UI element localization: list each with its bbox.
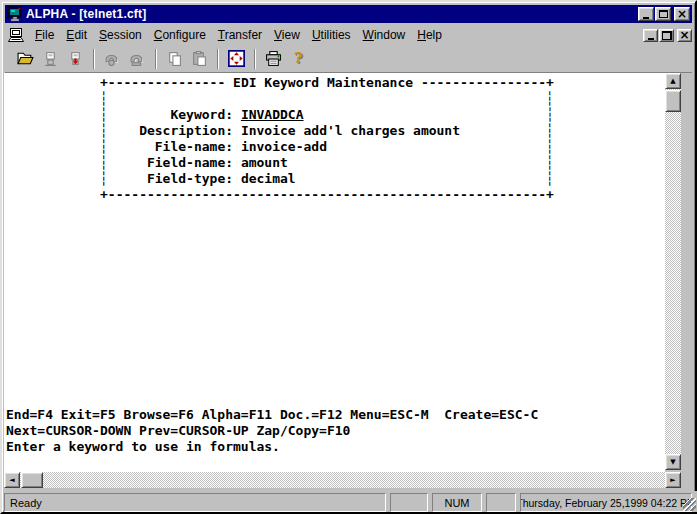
resize-grip[interactable] [683,498,696,511]
function-keys-line-2: Next=CURSOR-DOWN Prev=CURSOR-UP Zap/Copy… [6,423,538,439]
copy-button[interactable] [162,47,187,71]
file-name-row: ┆ File-name: invoice-add ┆ [100,139,554,155]
app-window: ALPHA - [telnet1.cft] × File Edit Sessio… [0,0,697,514]
menu-transfer[interactable]: Transfer [212,26,268,45]
keyword-row: ┆ Keyword: INVADDCA ┆ [100,107,554,123]
scroll-down-button[interactable]: ▼ [665,454,681,470]
mdi-restore-icon [662,31,672,40]
field-name-row: ┆ Field-name: amount ┆ [100,155,554,171]
dial-phone-icon [104,50,121,67]
mdi-restore-button[interactable] [659,29,674,42]
send-file-icon [42,50,59,67]
prompt-line: Enter a keyword to use in formulas. [6,439,538,455]
scroll-left-button[interactable]: ◄ [4,472,20,488]
paste-button[interactable] [187,47,212,71]
toolbar-separator [93,49,95,69]
mdi-minimize-icon [648,38,654,40]
paste-icon [191,50,208,67]
date-time-display: Thursday, February 25,1999 04:22 PM [520,493,692,512]
terminal-screen[interactable]: +--------------- EDI Keyword Maintenance… [4,73,665,472]
mdi-close-button[interactable]: × [677,29,692,42]
hangup-phone-icon [129,50,146,67]
close-button[interactable]: × [674,7,690,21]
app-terminal-icon [7,6,23,22]
horizontal-scrollbar[interactable]: ◄ ► [4,472,681,488]
fullscreen-arrows-icon [228,50,245,67]
dial-button[interactable] [100,47,125,71]
scroll-right-button[interactable]: ► [665,472,681,488]
scroll-right-icon: ► [670,477,675,484]
mdi-close-icon: × [679,29,689,41]
edi-keyword-maintenance-box: +--------------- EDI Keyword Maintenance… [100,75,554,203]
open-button[interactable] [13,47,38,71]
toolbar-separator [254,49,256,69]
num-lock-indicator: NUM [432,493,482,512]
receive-file-icon [67,50,84,67]
status-message: Ready [4,493,386,512]
keyword-label: ┆ Keyword: [100,107,241,122]
window-title: ALPHA - [telnet1.cft] [26,7,638,21]
function-keys-line-1: End=F4 Exit=F5 Browse=F6 Alpha=F11 Doc.=… [6,407,538,423]
status-bar: Ready NUM Thursday, February 25,1999 04:… [4,491,697,512]
menu-view[interactable]: View [268,26,306,45]
toolbar: ? [5,45,692,73]
menu-edit[interactable]: Edit [60,26,93,45]
menu-utilities[interactable]: Utilities [306,26,357,45]
close-icon: × [677,8,687,20]
vertical-scroll-thumb[interactable] [665,90,681,112]
copy-icon [166,50,183,67]
mdi-minimize-button[interactable] [643,29,658,42]
open-folder-icon [17,50,34,67]
field-type-row: ┆ Field-type: decimal ┆ [100,171,554,187]
send-button[interactable] [38,47,63,71]
print-button[interactable] [261,47,286,71]
keyword-field[interactable]: INVADDCA [241,107,304,122]
status-panel-empty-2 [486,493,516,512]
hangup-button[interactable] [125,47,150,71]
scroll-up-button[interactable]: ▲ [665,73,681,89]
status-panel-empty-1 [390,493,428,512]
scroll-left-icon: ◄ [9,477,14,484]
box-bottom-border: +---------------------------------------… [100,187,554,203]
menu-window[interactable]: Window [357,26,412,45]
minimize-icon [643,17,649,19]
fullscreen-button[interactable] [224,47,249,71]
document-terminal-icon[interactable] [7,27,25,43]
help-button[interactable]: ? [286,47,311,71]
terminal-status-lines: End=F4 Exit=F5 Browse=F6 Alpha=F11 Doc.=… [6,407,538,455]
horizontal-scroll-thumb[interactable] [21,472,43,488]
minimize-button[interactable] [638,7,654,21]
menu-configure[interactable]: Configure [148,26,212,45]
menu-bar: File Edit Session Configure Transfer Vie… [5,25,692,45]
vertical-scrollbar[interactable]: ▲ ▼ [665,73,681,470]
receive-button[interactable] [63,47,88,71]
box-blank-row: ┆ ┆ [100,91,554,107]
maximize-button[interactable] [655,7,671,21]
toolbar-separator [217,49,219,69]
keyword-row-padding: ┆ [304,107,554,122]
help-icon: ? [294,51,303,66]
toolbar-separator [155,49,157,69]
maximize-icon [659,10,668,18]
printer-icon [265,50,282,67]
menu-session[interactable]: Session [93,26,148,45]
scroll-up-icon: ▲ [670,78,675,85]
menu-file[interactable]: File [29,26,60,45]
box-top-border: +--------------- EDI Keyword Maintenance… [100,75,554,91]
description-row: ┆ Description: Invoice add'l charges amo… [100,123,554,139]
menu-help[interactable]: Help [411,26,448,45]
scroll-down-icon: ▼ [670,459,675,466]
title-bar[interactable]: ALPHA - [telnet1.cft] × [5,5,692,23]
